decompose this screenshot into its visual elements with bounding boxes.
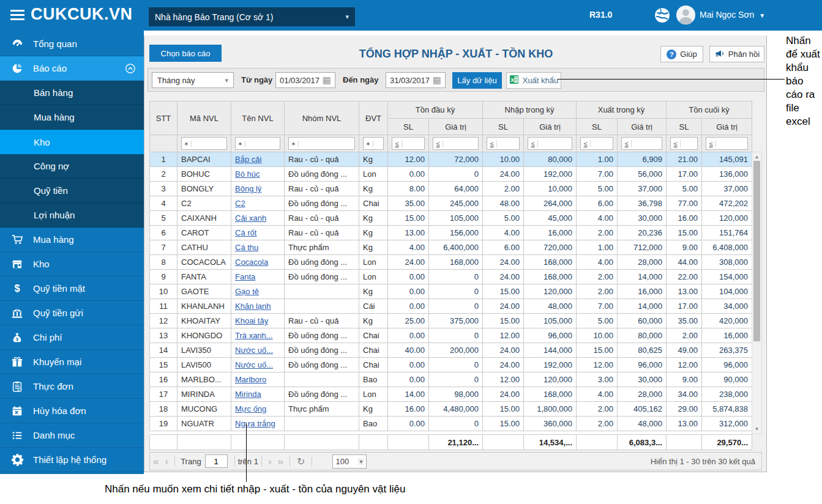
sidebar-item-chi-phi[interactable]: $Chi phí [0,325,144,350]
filter-operator-icon[interactable]: ≤ [392,140,402,147]
material-detail-link[interactable]: Bông lý [235,184,261,193]
next-page-icon[interactable]: › [268,456,272,467]
filter-operator-icon[interactable]: ∗ [289,141,299,147]
export-excel-button[interactable]: X Xuất khẩu [506,72,561,89]
material-detail-link[interactable]: Mực ống [235,404,266,413]
prev-page-icon[interactable]: ‹ [165,456,168,467]
chevron-up-circle-icon[interactable] [125,63,136,76]
filter-input-col-9[interactable] [591,138,613,149]
sidebar-item-khuyen-mai[interactable]: Khuyến mại [0,350,144,374]
sub-header-sl[interactable]: SL [577,119,618,135]
sub-header-sl[interactable]: SL [483,119,524,135]
material-detail-link[interactable]: Cocacola [235,258,268,267]
sidebar-item-huy-hoa-don[interactable]: Hủy hóa đơn [0,399,144,423]
filter-operator-icon[interactable]: ≤ [487,140,497,147]
group-header-nhap-trong-ky[interactable]: Nhập trong kỳ [483,102,577,119]
scrollbar-thumb[interactable] [753,161,760,341]
sidebar-item-bao-cao-kho[interactable]: Kho [0,130,144,154]
sidebar-item-quy-tien-mat[interactable]: $Quỹ tiền mặt [0,276,144,301]
sidebar-item-bao-cao-ban-hang[interactable]: Bán hàng [0,81,144,105]
scroll-down-icon[interactable]: ▼ [752,426,761,432]
filter-input-col-3[interactable] [299,138,354,149]
sidebar-item-danh-muc[interactable]: Danh mục [0,423,144,448]
filter-operator-icon[interactable]: ∗ [182,141,192,147]
feedback-button[interactable]: Phản hồi [709,46,764,62]
material-detail-link[interactable]: Mirinda [235,390,261,399]
first-page-icon[interactable]: « [153,456,159,467]
sub-header-gia-tri[interactable]: Giá trị [618,119,667,135]
filter-input-col-7[interactable] [497,138,519,149]
material-detail-link[interactable]: Fanta [235,272,255,281]
sub-header-sl[interactable]: SL [667,119,702,135]
filter-input-col-2[interactable] [245,138,280,149]
sidebar-item-bao-cao-loi-nhuan[interactable]: Lợi nhuận [0,203,144,228]
material-detail-link[interactable]: Gạo tẻ [235,287,259,296]
sidebar-item-tong-quan[interactable]: Tổng quan [0,32,144,56]
filter-input-col-10[interactable] [632,138,662,149]
user-avatar[interactable] [676,5,696,25]
sidebar-item-quy-tien-gui[interactable]: $Quỹ tiền gửi [0,301,144,325]
filter-input-col-11[interactable] [681,138,697,149]
filter-input-col-5[interactable] [402,138,424,149]
material-detail-link[interactable]: Nước uố... [235,360,273,369]
help-button[interactable]: ? Giúp [660,46,703,62]
from-date-input[interactable]: 01/03/2017 ▦ [275,72,335,88]
filter-operator-icon[interactable]: ∗ [364,141,373,147]
sidebar-item-kho[interactable]: Kho [0,252,144,276]
sidebar-item-bao-cao[interactable]: Báo cáo [0,56,144,81]
get-data-button[interactable]: Lấy dữ liệu [452,72,502,89]
filter-input-col-1[interactable] [192,138,226,149]
period-select[interactable]: Tháng này ▾ [152,72,234,88]
filter-input-col-6[interactable] [443,138,478,149]
calendar-icon[interactable]: ▦ [323,75,331,86]
material-detail-link[interactable]: Bò húc [235,169,260,179]
material-detail-link[interactable]: Cá thu [235,243,258,252]
column-header-ma-nvl[interactable]: Mã NVL [177,102,231,135]
filter-operator-icon[interactable]: ∗ [236,141,245,147]
filter-operator-icon[interactable]: ≤ [581,140,591,147]
page-number-input[interactable] [205,454,228,468]
filter-input-col-12[interactable] [716,138,747,149]
to-date-input[interactable]: 31/03/2017 ▦ [386,72,446,88]
material-detail-link[interactable]: Trà xanh... [235,331,273,340]
sub-header-gia-tri[interactable]: Giá trị [524,119,577,135]
group-header-ton-dau-ky[interactable]: Tồn đầu kỳ [388,102,483,119]
sidebar-item-thuc-don[interactable]: Thực đơn [0,374,144,399]
material-detail-link[interactable]: Ngựa trắng [235,419,275,428]
column-header-stt[interactable]: STT [150,102,177,135]
restaurant-selector[interactable]: Nhà hàng Bảo Trang (Cơ sở 1) ▾ [149,7,355,26]
vertical-scrollbar[interactable]: ▲ ▼ [752,152,762,434]
sub-header-gia-tri[interactable]: Giá trị [429,119,483,135]
filter-operator-icon[interactable]: ≤ [622,140,632,147]
material-detail-link[interactable]: Bắp cải [235,155,261,164]
filter-operator-icon[interactable]: ≤ [433,140,443,147]
sidebar-item-bao-cao-quy-tien[interactable]: Quỹ tiền [0,179,144,203]
material-detail-link[interactable]: Khăn lạnh [235,302,271,311]
sidebar-item-bao-cao-mua-hang[interactable]: Mua hàng [0,105,144,130]
filter-input-col-8[interactable] [538,138,572,149]
refresh-icon[interactable]: ↻ [297,456,305,467]
hamburger-menu-icon[interactable] [10,10,24,20]
sidebar-item-bao-cao-cong-no[interactable]: Công nợ [0,154,144,179]
scroll-up-icon[interactable]: ▲ [752,154,761,160]
calendar-icon[interactable]: ▦ [433,75,441,86]
material-detail-link[interactable]: Khoai tây [235,316,268,325]
material-detail-link[interactable]: Cải xanh [235,213,266,223]
sub-header-gia-tri[interactable]: Giá trị [702,119,752,135]
filter-operator-icon[interactable]: ≤ [528,140,538,147]
column-header-ten-nvl[interactable]: Tên NVL [231,102,285,135]
material-detail-link[interactable]: Nước uố... [235,346,273,355]
column-header-nhom-nvl[interactable]: Nhóm NVL [285,102,359,135]
sub-header-sl[interactable]: SL [388,119,429,135]
last-page-icon[interactable]: » [278,456,283,467]
material-detail-link[interactable]: Cà rốt [235,228,256,237]
material-detail-link[interactable]: C2 [235,199,245,208]
column-header-dvt[interactable]: ĐVT [359,102,388,135]
user-menu[interactable]: Mai Ngọc Sơn ▼ [700,10,765,20]
sidebar-item-thiet-lap-he-thong[interactable]: Thiết lập hệ thống [0,448,144,472]
filter-input-col-4[interactable] [373,138,383,149]
globe-icon[interactable] [654,7,671,24]
group-header-xuat-trong-ky[interactable]: Xuất trong kỳ [577,102,667,119]
sidebar-item-mua-hang[interactable]: Mua hàng [0,228,144,252]
page-size-select[interactable]: 100 ▾ [332,454,367,469]
